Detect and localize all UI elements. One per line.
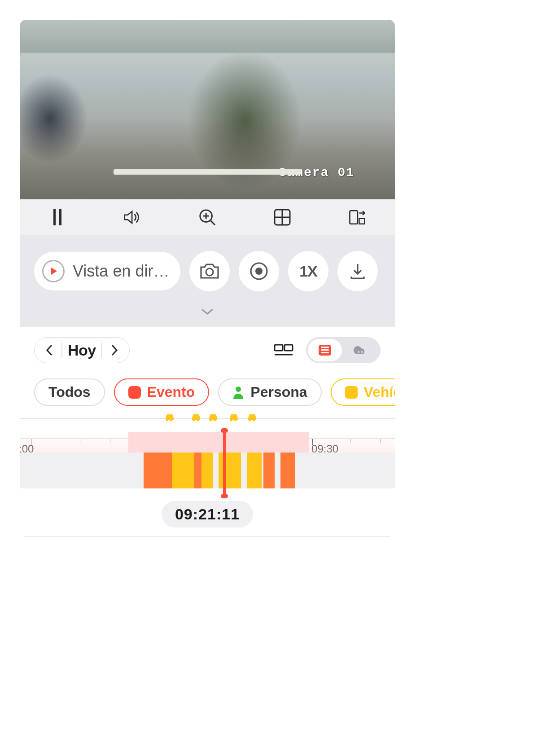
chevron-down-icon [201, 308, 214, 316]
date-source-row: Hoy [20, 327, 395, 373]
date-navigator: Hoy [34, 337, 130, 363]
vehicle-marker-icon [190, 413, 202, 422]
camera-playback-app: Camera 01 [20, 20, 395, 537]
playback-actions-row: Vista en dir… 1X [20, 235, 395, 299]
event-filter-row: Todos Evento Persona Vehículo [20, 373, 395, 419]
svg-point-13 [361, 351, 363, 353]
timeline-segment-or [194, 453, 202, 488]
svg-rect-7 [285, 345, 293, 351]
bottom-divider [20, 536, 395, 537]
prev-day-button[interactable] [43, 343, 56, 357]
svg-rect-11 [321, 352, 329, 353]
download-button[interactable] [337, 251, 378, 291]
sd-card-icon [318, 344, 332, 356]
video-toolbar [20, 199, 395, 235]
divider [61, 343, 62, 358]
chevron-left-icon [45, 344, 53, 356]
svg-rect-10 [321, 349, 329, 351]
snapshot-button[interactable] [189, 251, 230, 291]
phone-rotate-icon[interactable] [348, 208, 366, 226]
timeline-segment-pale [128, 432, 308, 453]
filter-vehicle-label: Vehículo [364, 384, 395, 400]
vehicle-marker-icon [228, 413, 240, 422]
filter-event-label: Evento [147, 384, 195, 400]
thumbnails-icon [274, 343, 293, 357]
vehicle-marker-icon [246, 413, 258, 422]
timeline-segment-ye [172, 453, 194, 488]
filter-all[interactable]: Todos [34, 378, 105, 406]
expand-actions-button[interactable] [20, 299, 395, 327]
camera-id-label: Camera 01 [279, 166, 355, 180]
current-date-label[interactable]: Hoy [68, 342, 96, 359]
vehicle-marker-icon [164, 413, 175, 422]
cloud-icon [352, 344, 369, 356]
timeline-segment-ye [201, 453, 213, 488]
person-icon [232, 386, 244, 399]
timeline-cursor[interactable] [223, 430, 226, 497]
filter-vehicle[interactable]: Vehículo [331, 378, 395, 406]
cursor-time-row: 09:21:11 [20, 488, 395, 535]
svg-point-12 [358, 351, 359, 353]
timeline-segment-ye [219, 453, 241, 488]
playback-speed-label: 1X [299, 263, 317, 280]
multiview-grid-icon[interactable] [273, 208, 291, 226]
speaker-icon[interactable] [123, 208, 141, 226]
storage-cloud-option[interactable] [342, 344, 379, 356]
playback-speed-button[interactable]: 1X [288, 251, 328, 291]
svg-point-3 [206, 268, 213, 276]
timeline: :00 09:1509:30 [20, 419, 395, 488]
filter-all-label: Todos [48, 384, 91, 400]
record-button[interactable] [239, 251, 279, 291]
filter-event[interactable]: Evento [114, 378, 210, 406]
timeline-segment-ye [247, 453, 262, 488]
svg-rect-9 [321, 347, 329, 348]
cursor-time-pill[interactable]: 09:21:11 [162, 501, 253, 527]
timeline-track[interactable] [20, 453, 395, 488]
square-icon [128, 386, 141, 399]
divider [101, 343, 102, 358]
svg-rect-2 [350, 211, 358, 224]
storage-sd-option[interactable] [308, 339, 342, 361]
video-feed[interactable]: Camera 01 [20, 20, 395, 199]
timeline-segment-or [263, 453, 275, 488]
clip-list-view-button[interactable] [274, 343, 293, 357]
vehicle-marker-icon [207, 413, 219, 422]
filter-person[interactable]: Persona [218, 378, 321, 406]
zoom-in-icon[interactable] [198, 208, 216, 226]
svg-rect-6 [275, 345, 283, 351]
download-icon [349, 262, 367, 280]
vehicle-icon-bg [345, 386, 358, 399]
timeline-segment-or [144, 453, 172, 488]
svg-point-14 [236, 387, 241, 392]
svg-point-5 [255, 268, 263, 275]
record-icon [249, 262, 268, 281]
next-day-button[interactable] [108, 343, 121, 357]
cursor-time-value: 09:21:11 [175, 505, 240, 523]
live-view-button[interactable]: Vista en dir… [34, 252, 180, 290]
storage-source-toggle[interactable] [306, 337, 381, 363]
play-icon [42, 260, 65, 282]
pause-icon[interactable] [48, 208, 66, 226]
filter-person-label: Persona [250, 384, 307, 400]
live-view-label: Vista en dir… [73, 262, 169, 281]
chevron-right-icon [110, 344, 118, 356]
timeline-segment-or [280, 453, 295, 488]
camera-icon [199, 263, 220, 280]
